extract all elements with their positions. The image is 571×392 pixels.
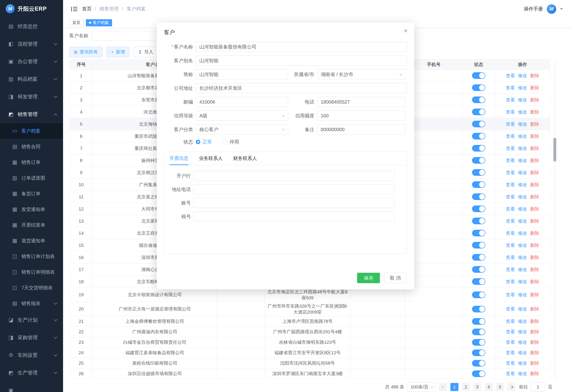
view-link[interactable]: 查看 (506, 182, 515, 188)
delete-link[interactable]: 删除 (530, 218, 539, 224)
delete-link[interactable]: 删除 (530, 254, 539, 260)
view-link[interactable]: 查看 (506, 266, 515, 272)
page-button[interactable]: 4 (485, 383, 493, 391)
sidebar-item[interactable]: ◫ 销售订单明细表 (0, 264, 63, 280)
status-toggle[interactable] (472, 181, 485, 188)
edit-link[interactable]: 修改 (518, 145, 527, 151)
delete-link[interactable]: 删除 (530, 85, 539, 91)
status-toggle[interactable] (472, 121, 485, 127)
breadcrumb-sales[interactable]: 销售管理 (100, 6, 119, 12)
status-toggle[interactable] (472, 133, 485, 140)
sidebar-item[interactable]: ◩ 销售管理 (0, 105, 63, 123)
chevron-down-icon[interactable] (560, 8, 563, 10)
view-link[interactable]: 查看 (506, 279, 515, 285)
delete-link[interactable]: 删除 (530, 121, 539, 127)
delete-link[interactable]: 删除 (530, 339, 539, 345)
view-link[interactable]: 查看 (506, 339, 515, 345)
view-link[interactable]: 查看 (506, 218, 515, 224)
sidebar-item[interactable]: ▭ 客户档案 (0, 123, 63, 139)
status-toggle[interactable] (472, 254, 485, 261)
delete-link[interactable]: 删除 (530, 329, 539, 335)
view-link[interactable]: 查看 (506, 242, 515, 248)
edit-link[interactable]: 修改 (518, 350, 527, 356)
delete-link[interactable]: 删除 (530, 97, 539, 103)
tab-finance-contact[interactable]: 财务联系人 (233, 152, 257, 165)
invoice-field-input[interactable] (194, 198, 395, 208)
status-toggle[interactable] (472, 306, 485, 312)
breadcrumb-home[interactable]: 首页 (82, 6, 91, 12)
route-tag[interactable]: 客户档案 (86, 19, 112, 26)
edit-link[interactable]: 修改 (518, 266, 527, 272)
delete-link[interactable]: 删除 (530, 73, 539, 79)
manual-link[interactable]: 操作手册 (524, 6, 543, 12)
sidebar-item[interactable]: ◨ 研发管理 (0, 88, 63, 105)
status-toggle[interactable] (472, 218, 485, 224)
view-link[interactable]: 查看 (506, 73, 515, 79)
view-link[interactable]: 查看 (506, 350, 515, 356)
credit-limit-input[interactable] (317, 111, 406, 121)
invoice-field-input[interactable] (194, 184, 395, 194)
view-link[interactable]: 查看 (506, 145, 515, 151)
sidebar-item[interactable]: ◫ 销售订单计划表 (0, 249, 63, 264)
delete-link[interactable]: 删除 (530, 371, 539, 377)
edit-link[interactable]: 修改 (518, 242, 527, 248)
edit-link[interactable]: 修改 (518, 121, 527, 127)
delete-link[interactable]: 删除 (530, 145, 539, 151)
status-toggle[interactable] (472, 370, 485, 377)
sidebar-item[interactable]: ◫ 7天交货明细表 (0, 280, 63, 295)
edit-link[interactable]: 修改 (518, 279, 527, 285)
tab-invoice-info[interactable]: 开票信息 (169, 152, 188, 165)
next-page-button[interactable] (508, 383, 516, 391)
remark-input[interactable] (317, 125, 406, 134)
status-toggle[interactable] (472, 292, 485, 298)
delete-link[interactable]: 删除 (530, 182, 539, 188)
edit-link[interactable]: 修改 (518, 230, 527, 236)
scrollbar-thumb[interactable] (553, 138, 556, 162)
sidebar-item[interactable]: ▣ 办公管理 (0, 53, 63, 70)
delete-link[interactable]: 删除 (530, 266, 539, 272)
status-toggle[interactable] (472, 266, 485, 273)
cancel-button[interactable]: 取 消 (384, 273, 406, 283)
status-toggle[interactable] (472, 360, 485, 367)
edit-link[interactable]: 修改 (518, 306, 527, 312)
edit-link[interactable]: 修改 (518, 133, 527, 139)
edit-link[interactable]: 修改 (518, 170, 527, 176)
view-link[interactable]: 查看 (506, 133, 515, 139)
view-link[interactable]: 查看 (506, 329, 515, 335)
status-toggle[interactable] (472, 84, 485, 91)
status-toggle[interactable] (472, 97, 485, 103)
delete-link[interactable]: 删除 (530, 318, 539, 324)
tab-business-contact[interactable]: 业务联系人 (199, 152, 223, 165)
view-link[interactable]: 查看 (506, 306, 515, 312)
sidebar-item[interactable]: ▦ 备货订单 (0, 186, 63, 201)
save-button[interactable]: 保存 (357, 273, 380, 283)
view-link[interactable]: 查看 (506, 292, 515, 298)
edit-link[interactable]: 修改 (518, 329, 527, 335)
view-link[interactable]: 查看 (506, 194, 515, 200)
sidebar-item[interactable]: ▦ 销售订单 (0, 154, 63, 170)
delete-link[interactable]: 删除 (530, 170, 539, 176)
delete-link[interactable]: 删除 (530, 133, 539, 139)
delete-link[interactable]: 删除 (530, 292, 539, 298)
delete-link[interactable]: 删除 (530, 206, 539, 212)
view-link[interactable]: 查看 (506, 206, 515, 212)
alias-input[interactable] (196, 56, 407, 66)
status-toggle[interactable] (472, 72, 485, 79)
category-select[interactable]: 核心客户 (196, 125, 288, 134)
sidebar-item[interactable]: ◩ 生产管理 (0, 364, 63, 381)
radio-normal[interactable]: 正常 (196, 139, 212, 145)
edit-link[interactable]: 修改 (518, 194, 527, 200)
sidebar-item[interactable]: ▣ (0, 381, 63, 392)
view-link[interactable]: 查看 (506, 85, 515, 91)
status-toggle[interactable] (472, 350, 485, 356)
phone-input[interactable] (317, 97, 406, 107)
edit-link[interactable]: 修改 (518, 218, 527, 224)
status-toggle[interactable] (472, 318, 485, 325)
add-button[interactable]: + 新增 (106, 47, 129, 57)
status-toggle[interactable] (472, 145, 485, 152)
sidebar-item[interactable]: ▤ 经营总控 (0, 18, 63, 35)
view-link[interactable]: 查看 (506, 97, 515, 103)
edit-link[interactable]: 修改 (518, 109, 527, 115)
invoice-field-input[interactable] (194, 211, 395, 221)
delete-link[interactable]: 删除 (530, 242, 539, 248)
